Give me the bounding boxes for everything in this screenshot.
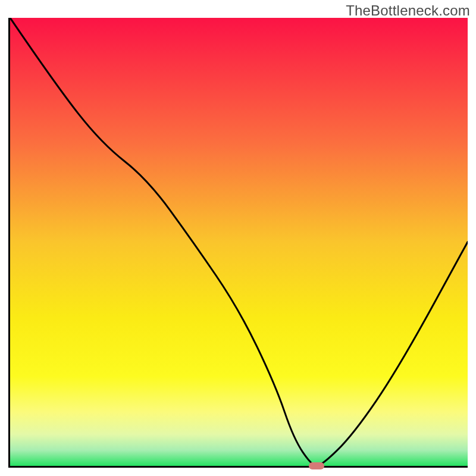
watermark-text: TheBottleneck.com <box>346 2 470 19</box>
chart-stage: TheBottleneck.com <box>0 0 476 476</box>
minimum-marker <box>309 462 324 469</box>
plot-axes <box>8 18 468 468</box>
